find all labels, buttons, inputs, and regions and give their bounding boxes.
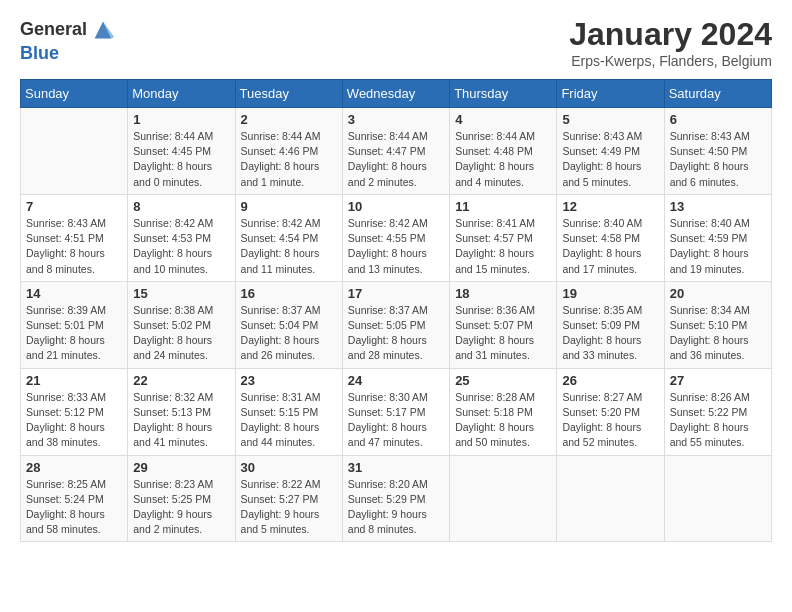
calendar-table: SundayMondayTuesdayWednesdayThursdayFrid… — [20, 79, 772, 542]
day-detail: Sunrise: 8:41 AMSunset: 4:57 PMDaylight:… — [455, 216, 551, 277]
calendar-week-4: 21Sunrise: 8:33 AMSunset: 5:12 PMDayligh… — [21, 368, 772, 455]
day-number: 10 — [348, 199, 444, 214]
day-detail: Sunrise: 8:35 AMSunset: 5:09 PMDaylight:… — [562, 303, 658, 364]
day-number: 19 — [562, 286, 658, 301]
calendar-cell: 11Sunrise: 8:41 AMSunset: 4:57 PMDayligh… — [450, 194, 557, 281]
day-detail: Sunrise: 8:44 AMSunset: 4:46 PMDaylight:… — [241, 129, 337, 190]
day-detail: Sunrise: 8:38 AMSunset: 5:02 PMDaylight:… — [133, 303, 229, 364]
logo: General Blue — [20, 16, 117, 64]
calendar-cell: 4Sunrise: 8:44 AMSunset: 4:48 PMDaylight… — [450, 108, 557, 195]
day-number: 31 — [348, 460, 444, 475]
day-detail: Sunrise: 8:20 AMSunset: 5:29 PMDaylight:… — [348, 477, 444, 538]
day-number: 13 — [670, 199, 766, 214]
day-detail: Sunrise: 8:30 AMSunset: 5:17 PMDaylight:… — [348, 390, 444, 451]
day-detail: Sunrise: 8:43 AMSunset: 4:49 PMDaylight:… — [562, 129, 658, 190]
day-number: 1 — [133, 112, 229, 127]
day-number: 6 — [670, 112, 766, 127]
day-number: 29 — [133, 460, 229, 475]
day-detail: Sunrise: 8:25 AMSunset: 5:24 PMDaylight:… — [26, 477, 122, 538]
day-number: 26 — [562, 373, 658, 388]
day-detail: Sunrise: 8:43 AMSunset: 4:51 PMDaylight:… — [26, 216, 122, 277]
calendar-cell: 17Sunrise: 8:37 AMSunset: 5:05 PMDayligh… — [342, 281, 449, 368]
weekday-header-tuesday: Tuesday — [235, 80, 342, 108]
calendar-cell: 15Sunrise: 8:38 AMSunset: 5:02 PMDayligh… — [128, 281, 235, 368]
calendar-cell: 23Sunrise: 8:31 AMSunset: 5:15 PMDayligh… — [235, 368, 342, 455]
month-title: January 2024 — [569, 16, 772, 53]
day-detail: Sunrise: 8:33 AMSunset: 5:12 PMDaylight:… — [26, 390, 122, 451]
day-detail: Sunrise: 8:44 AMSunset: 4:45 PMDaylight:… — [133, 129, 229, 190]
weekday-header-thursday: Thursday — [450, 80, 557, 108]
calendar-cell: 27Sunrise: 8:26 AMSunset: 5:22 PMDayligh… — [664, 368, 771, 455]
calendar-cell: 29Sunrise: 8:23 AMSunset: 5:25 PMDayligh… — [128, 455, 235, 542]
calendar-cell: 13Sunrise: 8:40 AMSunset: 4:59 PMDayligh… — [664, 194, 771, 281]
day-number: 9 — [241, 199, 337, 214]
weekday-header-friday: Friday — [557, 80, 664, 108]
day-detail: Sunrise: 8:32 AMSunset: 5:13 PMDaylight:… — [133, 390, 229, 451]
calendar-cell: 25Sunrise: 8:28 AMSunset: 5:18 PMDayligh… — [450, 368, 557, 455]
day-detail: Sunrise: 8:37 AMSunset: 5:04 PMDaylight:… — [241, 303, 337, 364]
day-detail: Sunrise: 8:42 AMSunset: 4:54 PMDaylight:… — [241, 216, 337, 277]
calendar-cell: 20Sunrise: 8:34 AMSunset: 5:10 PMDayligh… — [664, 281, 771, 368]
day-detail: Sunrise: 8:36 AMSunset: 5:07 PMDaylight:… — [455, 303, 551, 364]
calendar-cell: 6Sunrise: 8:43 AMSunset: 4:50 PMDaylight… — [664, 108, 771, 195]
day-detail: Sunrise: 8:23 AMSunset: 5:25 PMDaylight:… — [133, 477, 229, 538]
day-detail: Sunrise: 8:31 AMSunset: 5:15 PMDaylight:… — [241, 390, 337, 451]
day-number: 16 — [241, 286, 337, 301]
day-number: 25 — [455, 373, 551, 388]
weekday-header-saturday: Saturday — [664, 80, 771, 108]
location-subtitle: Erps-Kwerps, Flanders, Belgium — [569, 53, 772, 69]
calendar-cell: 30Sunrise: 8:22 AMSunset: 5:27 PMDayligh… — [235, 455, 342, 542]
calendar-week-3: 14Sunrise: 8:39 AMSunset: 5:01 PMDayligh… — [21, 281, 772, 368]
day-detail: Sunrise: 8:42 AMSunset: 4:55 PMDaylight:… — [348, 216, 444, 277]
day-number: 24 — [348, 373, 444, 388]
calendar-cell: 7Sunrise: 8:43 AMSunset: 4:51 PMDaylight… — [21, 194, 128, 281]
day-detail: Sunrise: 8:44 AMSunset: 4:48 PMDaylight:… — [455, 129, 551, 190]
logo-text: General — [20, 20, 87, 40]
weekday-header-wednesday: Wednesday — [342, 80, 449, 108]
calendar-cell: 22Sunrise: 8:32 AMSunset: 5:13 PMDayligh… — [128, 368, 235, 455]
calendar-cell: 9Sunrise: 8:42 AMSunset: 4:54 PMDaylight… — [235, 194, 342, 281]
day-number: 3 — [348, 112, 444, 127]
day-detail: Sunrise: 8:34 AMSunset: 5:10 PMDaylight:… — [670, 303, 766, 364]
calendar-cell: 28Sunrise: 8:25 AMSunset: 5:24 PMDayligh… — [21, 455, 128, 542]
day-number: 21 — [26, 373, 122, 388]
day-detail: Sunrise: 8:22 AMSunset: 5:27 PMDaylight:… — [241, 477, 337, 538]
day-detail: Sunrise: 8:28 AMSunset: 5:18 PMDaylight:… — [455, 390, 551, 451]
calendar-cell: 10Sunrise: 8:42 AMSunset: 4:55 PMDayligh… — [342, 194, 449, 281]
calendar-cell: 1Sunrise: 8:44 AMSunset: 4:45 PMDaylight… — [128, 108, 235, 195]
calendar-cell: 8Sunrise: 8:42 AMSunset: 4:53 PMDaylight… — [128, 194, 235, 281]
day-detail: Sunrise: 8:39 AMSunset: 5:01 PMDaylight:… — [26, 303, 122, 364]
day-detail: Sunrise: 8:26 AMSunset: 5:22 PMDaylight:… — [670, 390, 766, 451]
day-number: 23 — [241, 373, 337, 388]
calendar-cell — [450, 455, 557, 542]
day-number: 8 — [133, 199, 229, 214]
calendar-cell: 12Sunrise: 8:40 AMSunset: 4:58 PMDayligh… — [557, 194, 664, 281]
calendar-body: 1Sunrise: 8:44 AMSunset: 4:45 PMDaylight… — [21, 108, 772, 542]
day-number: 5 — [562, 112, 658, 127]
calendar-week-5: 28Sunrise: 8:25 AMSunset: 5:24 PMDayligh… — [21, 455, 772, 542]
day-number: 20 — [670, 286, 766, 301]
calendar-cell: 21Sunrise: 8:33 AMSunset: 5:12 PMDayligh… — [21, 368, 128, 455]
day-number: 22 — [133, 373, 229, 388]
weekday-header-row: SundayMondayTuesdayWednesdayThursdayFrid… — [21, 80, 772, 108]
calendar-cell: 16Sunrise: 8:37 AMSunset: 5:04 PMDayligh… — [235, 281, 342, 368]
day-detail: Sunrise: 8:42 AMSunset: 4:53 PMDaylight:… — [133, 216, 229, 277]
logo-icon — [89, 16, 117, 44]
calendar-cell: 5Sunrise: 8:43 AMSunset: 4:49 PMDaylight… — [557, 108, 664, 195]
day-number: 2 — [241, 112, 337, 127]
day-detail: Sunrise: 8:43 AMSunset: 4:50 PMDaylight:… — [670, 129, 766, 190]
day-number: 12 — [562, 199, 658, 214]
day-number: 18 — [455, 286, 551, 301]
weekday-header-sunday: Sunday — [21, 80, 128, 108]
day-detail: Sunrise: 8:40 AMSunset: 4:58 PMDaylight:… — [562, 216, 658, 277]
calendar-cell: 3Sunrise: 8:44 AMSunset: 4:47 PMDaylight… — [342, 108, 449, 195]
day-number: 30 — [241, 460, 337, 475]
day-detail: Sunrise: 8:40 AMSunset: 4:59 PMDaylight:… — [670, 216, 766, 277]
calendar-cell: 18Sunrise: 8:36 AMSunset: 5:07 PMDayligh… — [450, 281, 557, 368]
calendar-week-2: 7Sunrise: 8:43 AMSunset: 4:51 PMDaylight… — [21, 194, 772, 281]
weekday-header-monday: Monday — [128, 80, 235, 108]
day-detail: Sunrise: 8:27 AMSunset: 5:20 PMDaylight:… — [562, 390, 658, 451]
calendar-cell: 26Sunrise: 8:27 AMSunset: 5:20 PMDayligh… — [557, 368, 664, 455]
title-block: January 2024 Erps-Kwerps, Flanders, Belg… — [569, 16, 772, 69]
calendar-cell — [21, 108, 128, 195]
